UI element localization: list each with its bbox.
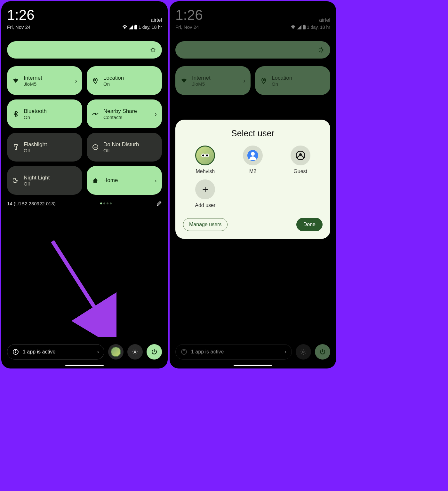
tile-internet[interactable]: InternetJioM5 › (175, 66, 251, 95)
chevron-right-icon: › (155, 110, 157, 118)
svg-point-14 (320, 49, 323, 51)
info-icon (181, 349, 187, 355)
tile-bluetooth[interactable]: BluetoothOn (7, 99, 82, 128)
svg-point-18 (184, 350, 184, 351)
add-user-button[interactable]: + Add user (183, 179, 228, 208)
user-option-guest[interactable]: Guest (278, 146, 323, 174)
svg-point-21 (202, 154, 204, 156)
active-apps-pill[interactable]: 1 app is active › (175, 344, 292, 360)
tile-dnd[interactable]: Do Not DisturbOff (87, 133, 162, 162)
flashlight-icon (12, 144, 19, 150)
edit-tiles-button[interactable] (156, 201, 162, 206)
wifi-icon (291, 25, 296, 29)
manage-users-button[interactable]: Manage users (183, 218, 228, 231)
phone-screenshot-right: 1:26 airtel Fri, Nov 24 1 day, 18 hr Int… (170, 1, 336, 368)
clock: 1:26 (7, 7, 35, 23)
svg-point-15 (263, 79, 264, 81)
carrier-label: airtel (151, 17, 162, 23)
brightness-slider[interactable] (175, 41, 330, 59)
tile-location[interactable]: LocationOn (87, 66, 162, 95)
svg-rect-12 (303, 25, 306, 29)
signal-icon (129, 25, 133, 29)
avatar-m2 (243, 146, 263, 165)
power-button[interactable] (147, 344, 162, 360)
bluetooth-icon (12, 111, 19, 117)
battery-text: 1 day, 18 hr (307, 25, 330, 30)
annotation-arrow (46, 238, 116, 337)
tile-internet[interactable]: InternetJioM5 › (7, 66, 82, 95)
active-apps-pill[interactable]: 1 app is active › (7, 344, 104, 360)
battery-icon (134, 25, 137, 29)
status-icons: 1 day, 18 hr (291, 25, 330, 30)
svg-rect-13 (304, 25, 305, 25)
tile-nearby-share[interactable]: Nearby ShareContacts › (87, 99, 162, 128)
wifi-icon (180, 78, 188, 83)
wifi-icon (122, 25, 127, 29)
user-option-mehvish[interactable]: Mehvish (183, 146, 228, 174)
chevron-right-icon: › (285, 349, 286, 355)
clock: 1:26 (175, 7, 203, 23)
chevron-right-icon: › (97, 349, 99, 355)
settings-button[interactable] (296, 344, 311, 360)
tile-night-light[interactable]: Night LightOff (7, 166, 82, 195)
avatar-mehvish (195, 146, 215, 165)
date-label: Fri, Nov 24 (7, 24, 30, 30)
build-number: 14 (U1B2.230922.013) (7, 201, 56, 206)
brightness-gear-icon (150, 47, 156, 53)
plus-icon: + (195, 179, 215, 199)
active-apps-label: 1 app is active (191, 349, 281, 355)
chevron-right-icon: › (155, 177, 157, 184)
night-light-icon (12, 178, 19, 183)
location-icon (260, 77, 267, 84)
phone-screenshot-left: 1:26 airtel Fri, Nov 24 1 day, 18 hr Int… (1, 1, 168, 368)
nav-handle[interactable] (234, 365, 272, 366)
carrier-label: airtel (319, 17, 330, 23)
guest-icon (291, 146, 310, 165)
power-button[interactable] (315, 344, 330, 360)
battery-icon (303, 25, 306, 29)
brightness-gear-icon (318, 47, 324, 53)
svg-line-7 (52, 241, 108, 329)
nav-handle[interactable] (65, 365, 104, 366)
svg-point-3 (95, 79, 96, 81)
wifi-icon (12, 78, 19, 83)
svg-point-10 (15, 350, 16, 351)
chevron-right-icon: › (75, 77, 77, 84)
tile-home[interactable]: Home › (87, 166, 162, 195)
svg-point-2 (152, 49, 154, 51)
done-button[interactable]: Done (296, 218, 323, 231)
battery-text: 1 day, 18 hr (139, 25, 162, 30)
select-user-dialog: Select user Mehvish M2 Guest + Add user (175, 120, 330, 239)
active-apps-label: 1 app is active (23, 349, 93, 355)
home-icon (92, 178, 99, 183)
brightness-slider[interactable] (7, 41, 162, 59)
dnd-icon (92, 144, 99, 150)
dialog-title: Select user (183, 129, 323, 139)
tile-flashlight[interactable]: FlashlightOff (7, 133, 82, 162)
info-icon (12, 349, 19, 355)
settings-button[interactable] (127, 344, 143, 360)
svg-rect-0 (134, 25, 137, 29)
svg-point-19 (302, 351, 304, 353)
signal-icon (297, 25, 301, 29)
location-icon (92, 77, 99, 84)
user-switcher-button[interactable] (108, 344, 124, 360)
svg-point-23 (206, 154, 208, 156)
tile-location[interactable]: LocationOn (255, 66, 330, 95)
chevron-right-icon: › (243, 77, 245, 84)
qs-tiles: InternetJioM5 › LocationOn BluetoothOn N… (7, 66, 162, 195)
svg-point-11 (134, 351, 136, 353)
date-label: Fri, Nov 24 (175, 24, 199, 30)
user-option-m2[interactable]: M2 (231, 146, 275, 174)
status-icons: 1 day, 18 hr (122, 25, 162, 30)
page-indicator (100, 202, 112, 204)
nearby-share-icon (92, 112, 99, 116)
svg-rect-1 (135, 25, 136, 25)
